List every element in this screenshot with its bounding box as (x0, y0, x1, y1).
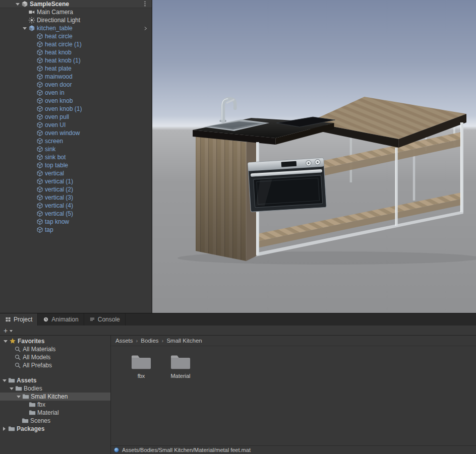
hierarchy-item[interactable]: Main Camera (0, 8, 152, 16)
foldout-arrow[interactable] (29, 73, 36, 81)
object-icon (36, 138, 43, 145)
foldout-arrow[interactable] (21, 8, 28, 16)
hierarchy-item[interactable]: oven UI (0, 121, 152, 129)
hierarchy-item[interactable]: oven door (0, 81, 152, 89)
kebab-menu-icon[interactable] (142, 1, 148, 7)
object-icon (36, 129, 43, 137)
hierarchy-item[interactable]: heat plate (0, 64, 152, 73)
hierarchy-item[interactable]: oven window (0, 129, 152, 137)
hierarchy-item[interactable]: oven knob (1) (0, 105, 152, 113)
breadcrumb-item[interactable]: Bodies (141, 338, 158, 344)
foldout-arrow[interactable] (29, 161, 36, 169)
panel-tab[interactable]: Project (0, 313, 38, 326)
hierarchy-item-label: mainwood (45, 73, 73, 80)
tree-item[interactable]: fbx (0, 401, 110, 409)
hierarchy-item[interactable]: Directional Light (0, 16, 152, 24)
foldout-arrow[interactable] (29, 48, 36, 56)
scene-viewport[interactable] (152, 0, 476, 313)
foldout-arrow[interactable] (29, 121, 36, 129)
foldout-arrow[interactable] (29, 89, 36, 97)
foldout-arrow[interactable] (29, 145, 36, 153)
hierarchy-item[interactable]: top table (0, 161, 152, 169)
hierarchy-item[interactable]: heat circle (1) (0, 40, 152, 48)
object-icon (36, 105, 43, 112)
foldout-arrow[interactable] (29, 210, 36, 218)
tree-item[interactable]: Favorites (0, 337, 110, 345)
add-asset-button[interactable]: + (4, 327, 8, 334)
breadcrumb-separator: › (162, 338, 164, 344)
hierarchy-item[interactable]: screen (0, 137, 152, 145)
foldout-arrow[interactable] (2, 337, 9, 345)
foldout-arrow[interactable] (29, 193, 36, 202)
hierarchy-item[interactable]: vertical (5) (0, 210, 152, 218)
foldout-arrow[interactable] (29, 129, 36, 137)
hierarchy-item[interactable]: vertical (4) (0, 202, 152, 210)
object-icon (36, 89, 43, 96)
hierarchy-panel[interactable]: SampleScene Main Camera Direct (0, 0, 152, 313)
project-tree-panel[interactable]: Favorites All Materials All Models (0, 336, 111, 454)
tree-item[interactable]: Bodies (0, 384, 110, 393)
foldout-arrow[interactable] (29, 137, 36, 145)
hierarchy-item[interactable]: tap (0, 226, 152, 234)
hierarchy-item[interactable]: tap know (0, 218, 152, 226)
hierarchy-item[interactable]: vertical (0, 169, 152, 177)
hierarchy-item[interactable]: vertical (2) (0, 185, 152, 193)
foldout-arrow[interactable] (29, 32, 36, 40)
foldout-arrow[interactable] (29, 40, 36, 48)
foldout-arrow[interactable] (21, 24, 28, 32)
hierarchy-item[interactable]: sink bot (0, 153, 152, 161)
foldout-arrow[interactable] (29, 105, 36, 113)
foldout-arrow[interactable] (29, 202, 36, 210)
foldout-arrow[interactable] (14, 0, 21, 8)
foldout-arrow[interactable] (29, 177, 36, 185)
foldout-arrow[interactable] (29, 113, 36, 121)
add-dropdown-caret-icon[interactable] (10, 330, 13, 332)
tree-item[interactable]: Assets (0, 376, 110, 384)
foldout-arrow[interactable] (21, 16, 28, 24)
foldout-arrow[interactable] (8, 384, 15, 393)
breadcrumb-item[interactable]: Assets (115, 338, 133, 344)
hierarchy-item[interactable]: sink (0, 145, 152, 153)
hierarchy-item[interactable]: heat circle (0, 32, 152, 40)
foldout-arrow[interactable] (29, 218, 36, 226)
foldout-arrow[interactable] (15, 393, 22, 401)
foldout-arrow[interactable] (29, 56, 36, 64)
foldout-arrow[interactable] (29, 226, 36, 234)
hierarchy-item[interactable]: heat knob (1) (0, 56, 152, 64)
tree-item-icon (8, 377, 15, 384)
tree-item[interactable]: All Models (0, 353, 110, 361)
hierarchy-item[interactable]: vertical (3) (0, 193, 152, 202)
foldout-arrow[interactable] (29, 169, 36, 177)
project-browser: Favorites All Materials All Models (0, 336, 476, 454)
hierarchy-item[interactable]: oven knob (0, 97, 152, 105)
foldout-arrow[interactable] (29, 81, 36, 89)
tree-item[interactable]: Scenes (0, 417, 110, 425)
panel-tab[interactable]: Console (84, 313, 126, 326)
breadcrumb-item[interactable]: Small Kitchen (166, 338, 202, 344)
asset-folder[interactable]: Material (161, 352, 200, 379)
tree-item[interactable]: Small Kitchen (0, 393, 110, 401)
hierarchy-item[interactable]: mainwood (0, 73, 152, 81)
foldout-arrow[interactable] (29, 64, 36, 73)
tree-item[interactable]: All Materials (0, 345, 110, 353)
hierarchy-item[interactable]: oven in (0, 89, 152, 97)
chevron-right-icon[interactable] (143, 26, 148, 31)
foldout-arrow[interactable] (1, 425, 8, 433)
asset-folder[interactable]: fbx (122, 352, 160, 379)
foldout-arrow[interactable] (29, 97, 36, 105)
tree-item[interactable]: Packages (0, 425, 110, 433)
tree-item[interactable]: Material (0, 409, 110, 417)
foldout-arrow[interactable] (29, 153, 36, 161)
foldout-arrow[interactable] (1, 376, 8, 384)
hierarchy-item-label: oven knob (1) (45, 105, 82, 112)
folder-icon (130, 352, 153, 371)
foldout-arrow[interactable] (29, 185, 36, 193)
panel-tab[interactable]: Animation (38, 313, 84, 326)
object-icon (36, 146, 43, 153)
tree-item[interactable]: All Prefabs (0, 361, 110, 369)
hierarchy-item[interactable]: oven pull (0, 113, 152, 121)
hierarchy-item[interactable]: kitchen_table (0, 24, 152, 32)
hierarchy-item[interactable]: vertical (1) (0, 177, 152, 185)
hierarchy-item[interactable]: heat knob (0, 48, 152, 56)
scene-header-row[interactable]: SampleScene (0, 0, 152, 8)
